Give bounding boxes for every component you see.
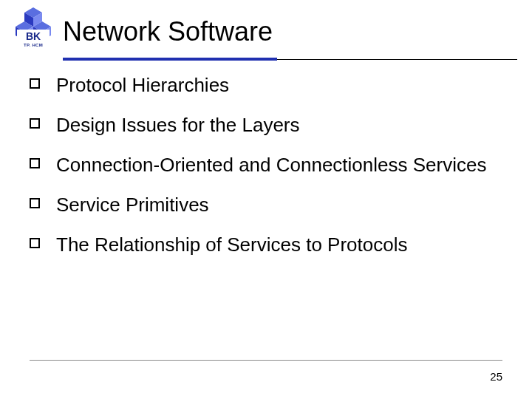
list-item-text: The Relationship of Services to Protocol… — [56, 232, 407, 257]
square-bullet-icon — [30, 118, 40, 129]
list-item-text: Connection-Oriented and Connectionless S… — [56, 152, 486, 177]
logo-sub-text: TP. HCM — [12, 43, 55, 47]
square-bullet-icon — [30, 158, 40, 168]
list-item-text: Service Primitives — [56, 192, 209, 217]
list-item: Connection-Oriented and Connectionless S… — [30, 152, 510, 177]
logo: BK TP. HCM — [12, 6, 55, 49]
slide-title: Network Software — [63, 16, 273, 47]
square-bullet-icon — [30, 238, 40, 248]
list-item: The Relationship of Services to Protocol… — [30, 232, 510, 257]
logo-main-text: BK — [12, 33, 55, 41]
list-item: Design Issues for the Layers — [30, 112, 510, 137]
list-item: Protocol Hierarchies — [30, 72, 510, 98]
list-item: Service Primitives — [30, 192, 510, 217]
page-number: 25 — [490, 370, 502, 383]
list-item-text: Design Issues for the Layers — [56, 112, 300, 137]
list-item-text: Protocol Hierarchies — [56, 72, 229, 98]
footer-rule — [30, 360, 502, 361]
bullet-list: Protocol Hierarchies Design Issues for t… — [30, 72, 510, 272]
square-bullet-icon — [30, 78, 40, 89]
square-bullet-icon — [30, 198, 40, 208]
